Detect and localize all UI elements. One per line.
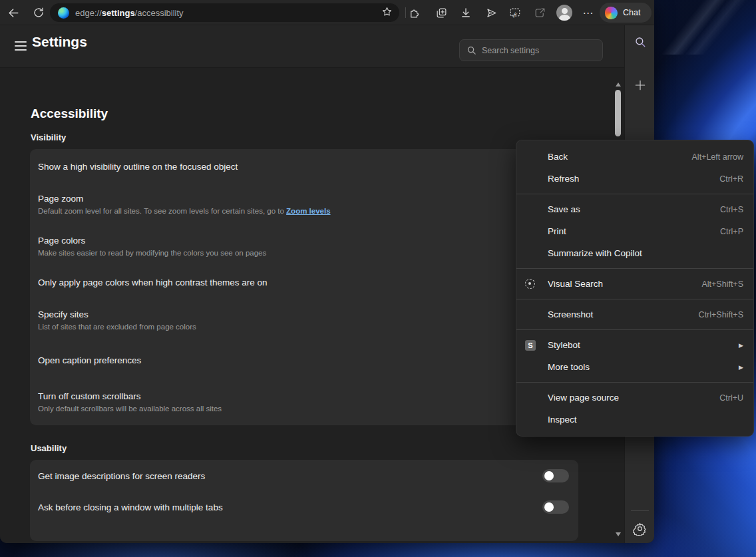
page-title: Settings — [32, 34, 87, 50]
menu-label: Visual Search — [548, 279, 603, 289]
screenshot-stage: edge://settings/accessibility ✂ — [0, 0, 756, 557]
search-icon — [467, 45, 476, 55]
menu-separator — [516, 194, 753, 194]
setting-row-specify-sites[interactable]: Specify sites List of sites that are exc… — [30, 297, 578, 342]
scroll-down-arrow[interactable] — [616, 532, 621, 536]
menu-item-stylebot[interactable]: S Stylebot ▶ — [516, 334, 753, 356]
sidebar-divider — [631, 510, 649, 511]
scroll-up-arrow[interactable] — [616, 83, 621, 87]
collections-icon[interactable] — [433, 5, 449, 21]
menu-item-summarize-with-copilot[interactable]: Summarize with Copilot — [516, 242, 753, 264]
menu-shortcut: Ctrl+U — [719, 393, 743, 403]
setting-row-page-colors[interactable]: Page colors Make sites easier to read by… — [30, 225, 578, 267]
menu-item-print[interactable]: Print Ctrl+P — [516, 220, 753, 242]
setting-description: Default zoom level for all sites. To see… — [38, 207, 569, 215]
menu-label: Save as — [548, 204, 580, 214]
setting-row-ask-before-closing[interactable]: Ask before closing a window with multipl… — [30, 492, 578, 522]
menu-item-visual-search[interactable]: Visual Search Alt+Shift+S — [516, 273, 753, 295]
settings-header: Settings — [0, 25, 624, 68]
chat-label: Chat — [623, 8, 640, 17]
menu-item-more-tools[interactable]: More tools ▶ — [516, 356, 753, 378]
menu-label: Stylebot — [548, 340, 580, 350]
menu-item-back[interactable]: Back Alt+Left arrow — [516, 146, 753, 168]
profile-avatar[interactable] — [556, 5, 572, 21]
wallpaper-streak — [649, 0, 749, 55]
send-icon[interactable] — [483, 5, 499, 21]
menu-separator — [516, 299, 753, 299]
menu-item-inspect[interactable]: Inspect — [516, 409, 753, 431]
setting-label: Turn off custom scrollbars — [38, 391, 569, 401]
menu-separator — [516, 268, 753, 269]
setting-label: Only apply page colors when high contras… — [38, 278, 569, 287]
setting-label: Page colors — [38, 236, 569, 246]
menu-shortcut: Alt+Shift+S — [701, 279, 743, 289]
menu-separator — [516, 329, 753, 330]
visual-search-icon — [525, 279, 535, 289]
menu-item-save-as[interactable]: Save as Ctrl+S — [516, 198, 753, 220]
submenu-arrow-icon: ▶ — [739, 342, 743, 349]
context-menu: Back Alt+Left arrow Refresh Ctrl+R Save … — [516, 140, 754, 437]
usability-heading: Usability — [31, 443, 624, 453]
edge-site-icon — [58, 7, 69, 19]
sidebar-settings-gear-icon[interactable] — [625, 516, 654, 540]
menu-label: Back — [548, 152, 568, 162]
search-input[interactable] — [482, 46, 588, 55]
favorite-star-icon[interactable] — [381, 6, 393, 20]
back-icon[interactable] — [5, 5, 21, 21]
zoom-levels-link[interactable]: Zoom levels — [286, 207, 330, 215]
avatar-head — [562, 8, 568, 14]
refresh-icon[interactable] — [31, 5, 47, 21]
setting-label: Show a high visibility outline on the fo… — [38, 162, 569, 172]
menu-item-refresh[interactable]: Refresh Ctrl+R — [516, 168, 753, 190]
menu-shortcut: Ctrl+S — [720, 205, 743, 214]
setting-label: Specify sites — [38, 309, 569, 319]
menu-label: Screenshot — [548, 309, 593, 319]
stylebot-icon: S — [525, 340, 536, 351]
usability-card: Get image descriptions for screen reader… — [30, 460, 578, 541]
menu-hamburger-icon[interactable] — [15, 41, 27, 51]
setting-row-caption-preferences[interactable]: Open caption preferences — [30, 342, 578, 379]
ellipsis-glyph: ⋯ — [583, 7, 594, 19]
setting-description: Only default scrollbars will be availabl… — [38, 405, 569, 413]
menu-shortcut: Ctrl+R — [719, 174, 743, 184]
setting-label: Get image descriptions for screen reader… — [38, 471, 205, 481]
setting-row-page-zoom[interactable]: Page zoom Default zoom level for all sit… — [30, 184, 578, 225]
menu-item-screenshot[interactable]: Screenshot Ctrl+Shift+S — [516, 303, 753, 325]
more-icon[interactable]: ⋯ — [580, 5, 596, 21]
browser-toolbar: edge://settings/accessibility ✂ — [0, 0, 654, 25]
avatar-body — [559, 15, 570, 21]
settings-search-box[interactable] — [459, 39, 603, 61]
url-text[interactable]: edge://settings/accessibility — [75, 8, 381, 18]
toggle-knob — [544, 502, 554, 512]
setting-description: List of sites that are excluded from pag… — [38, 323, 569, 331]
setting-description: Make sites easier to read by modifying t… — [38, 249, 569, 257]
visibility-card: Show a high visibility outline on the fo… — [30, 149, 578, 425]
setting-row-custom-scrollbars[interactable]: Turn off custom scrollbars Only default … — [30, 379, 578, 425]
menu-label: Refresh — [548, 174, 579, 184]
setting-row-high-contrast-only[interactable]: Only apply page colors when high contras… — [30, 267, 578, 297]
sidebar-search-icon[interactable] — [625, 30, 654, 54]
menu-item-view-page-source[interactable]: View page source Ctrl+U — [516, 387, 753, 409]
downloads-icon[interactable] — [458, 5, 474, 21]
menu-label: More tools — [548, 362, 590, 372]
menu-label: Summarize with Copilot — [548, 248, 642, 258]
menu-label: Inspect — [548, 415, 577, 425]
menu-label: Print — [548, 226, 566, 236]
scrollbar-thumb[interactable] — [615, 90, 621, 136]
menu-shortcut: Alt+Left arrow — [692, 152, 743, 162]
menu-shortcut: Ctrl+Shift+S — [699, 310, 743, 319]
section-title: Accessibility — [31, 106, 624, 121]
setting-row-high-visibility-outline[interactable]: Show a high visibility outline on the fo… — [30, 149, 578, 184]
menu-shortcut: Ctrl+P — [720, 227, 743, 236]
submenu-arrow-icon: ▶ — [739, 364, 743, 371]
copilot-chat-button[interactable]: Chat — [600, 3, 652, 23]
share-icon[interactable] — [532, 5, 548, 21]
sidebar-add-icon[interactable] — [625, 73, 654, 97]
address-bar[interactable]: edge://settings/accessibility — [50, 3, 399, 22]
toggle-image-descriptions[interactable] — [542, 469, 569, 482]
extensions-icon[interactable] — [406, 5, 422, 21]
web-capture-icon[interactable]: ✂ — [507, 5, 523, 21]
toggle-ask-before-closing[interactable] — [542, 500, 569, 514]
setting-row-image-descriptions[interactable]: Get image descriptions for screen reader… — [30, 460, 578, 492]
copilot-chat-logo — [605, 7, 618, 19]
